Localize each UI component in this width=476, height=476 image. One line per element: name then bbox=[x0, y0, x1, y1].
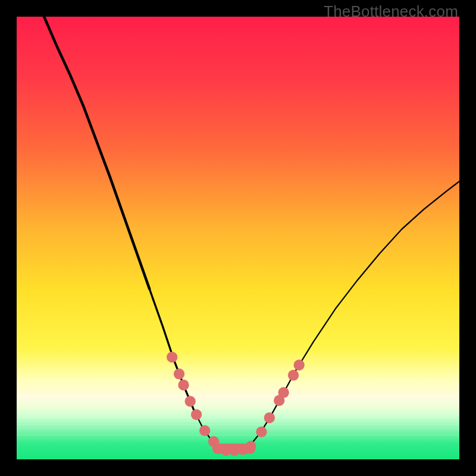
outer-frame: TheBottleneck.com bbox=[0, 0, 476, 476]
svg-point-12 bbox=[184, 396, 195, 406]
chart-svg bbox=[17, 17, 459, 459]
svg-point-10 bbox=[174, 368, 184, 379]
svg-point-14 bbox=[199, 425, 210, 436]
svg-point-23 bbox=[264, 412, 275, 423]
plot-area bbox=[17, 17, 459, 459]
svg-point-21 bbox=[246, 441, 256, 452]
svg-point-9 bbox=[167, 352, 177, 362]
watermark-text: TheBottleneck.com bbox=[324, 2, 458, 21]
svg-point-25 bbox=[278, 387, 289, 397]
svg-point-26 bbox=[288, 369, 299, 380]
svg-point-27 bbox=[293, 359, 304, 370]
svg-point-11 bbox=[178, 380, 189, 390]
svg-point-22 bbox=[256, 427, 267, 437]
svg-point-13 bbox=[191, 409, 202, 420]
